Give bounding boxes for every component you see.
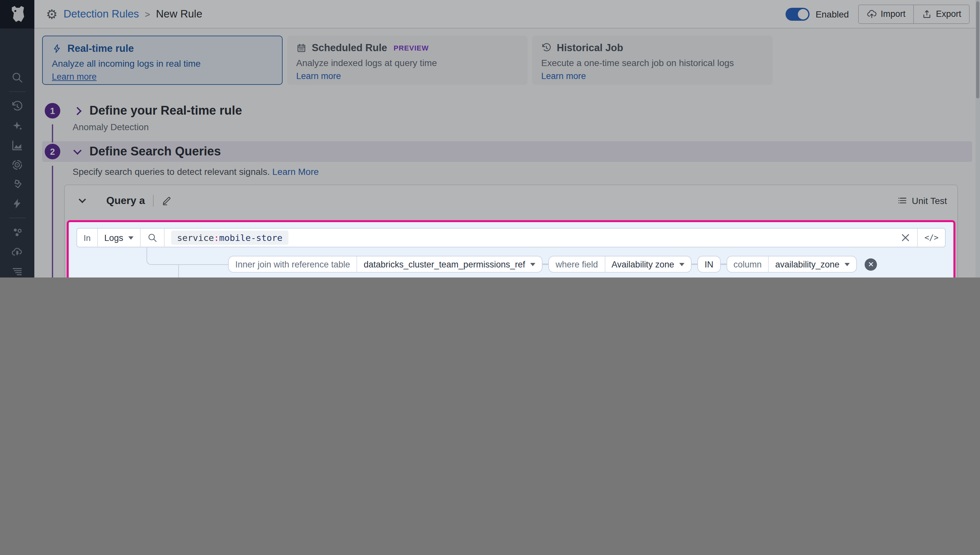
unit-test-button[interactable]: Unit Test [897,196,947,206]
apm-icon [11,197,23,210]
sidebar-item-cloud-cost[interactable] [10,245,24,259]
chevron-down-icon [128,236,134,239]
clear-search-button[interactable] [894,229,917,247]
export-icon [922,9,932,19]
rule-type-cards: Real-time rule Analyze all incoming logs… [42,35,967,85]
chevron-right-icon[interactable] [73,106,81,115]
sidebar-item-logs[interactable] [10,264,24,278]
query-header: Query a Unit Test [75,192,947,210]
page-content: Real-time rule Analyze all incoming logs… [34,29,980,278]
page-header: ⚙ Detection Rules > New Rule Enabled Imp… [34,0,980,29]
chevron-down-icon[interactable] [79,196,86,203]
chevron-down-icon [845,263,850,266]
scrollbar-thumb[interactable] [976,1,979,98]
breadcrumb-detection-rules[interactable]: Detection Rules [64,8,139,20]
pill-connector [692,264,697,265]
sidebar-item-history[interactable] [10,99,24,113]
query-panel: Query a Unit Test In Logs [64,184,958,278]
datadog-dog-icon [8,5,27,24]
history-icon [11,100,23,112]
import-export-group: Import Export [858,4,970,24]
learn-more-link[interactable]: Learn more [296,71,341,81]
step-connector-line [52,166,53,278]
app-sidebar: ? Help [0,0,34,278]
step-1-number: 1 [45,103,60,119]
sidebar-item-dashboards[interactable] [10,138,24,152]
column-pill: column availability_zone [726,256,857,273]
sidebar-item-search[interactable] [10,70,24,84]
query-token[interactable]: service:mobile-store [171,231,288,245]
divider [153,195,153,207]
sidebar-item-bits-ai[interactable] [10,119,24,133]
step-1-header: 1 Define your Real-time rule [42,103,967,119]
join-label: Inner join with reference table [229,257,356,272]
query-name: Query a [106,195,145,207]
dashboards-icon [11,139,23,151]
close-icon [901,233,911,243]
sidebar-item-watchdog[interactable] [10,157,24,172]
search-icon [147,233,158,243]
card-title: Real-time rule [68,43,134,55]
card-title: Scheduled Rule [312,42,387,54]
code-view-button[interactable]: </> [917,229,945,247]
chevron-down-icon [679,263,684,266]
enabled-label: Enabled [816,9,849,19]
card-description: Execute a one-time search job on histori… [541,58,764,68]
chevron-down-icon [530,263,535,266]
sidebar-divider [9,218,26,218]
where-field-select[interactable]: Availability zone [604,257,691,272]
sidebar-item-apm[interactable] [10,196,24,210]
enabled-toggle[interactable] [786,8,810,21]
cloud-cost-icon [11,246,23,258]
operator-pill: IN [697,256,721,273]
bolt-icon [52,43,62,54]
import-button[interactable]: Import [858,5,913,23]
step-2-number: 2 [45,144,60,159]
page-title: New Rule [156,8,202,20]
step-2-title: Define Search Queries [89,144,221,159]
remove-join-button[interactable]: ✕ [865,258,877,270]
learn-more-link[interactable]: Learn more [52,72,97,82]
main-area: ⚙ Detection Rules > New Rule Enabled Imp… [34,0,980,278]
preview-badge: PREVIEW [394,44,429,52]
processes-icon [11,226,23,239]
datadog-logo[interactable] [0,0,34,29]
where-pill: where field Availability zone [548,256,692,273]
sidebar-item-infrastructure[interactable] [10,177,24,191]
step-2-header: 2 Define Search Queries [42,141,972,162]
join-connector [146,247,228,265]
step-1-title: Define your Real-time rule [89,104,242,118]
gear-icon[interactable]: ⚙ [46,8,58,21]
where-field-label: where field [549,257,604,272]
unit-test-icon [897,196,908,206]
step-1-subtitle: Anomaly Detection [72,122,967,132]
export-button[interactable]: Export [913,5,969,23]
sidebar-item-processes[interactable] [10,225,24,240]
sidebar-nav [0,29,34,278]
infrastructure-icon [11,178,23,190]
card-description: Analyze all incoming logs in real time [52,58,273,69]
reference-table-select[interactable]: databricks_cluster_team_permissions_ref [356,257,542,272]
scope-in-label: In [77,229,98,247]
chevron-down-icon[interactable] [73,146,81,154]
card-historical-job[interactable]: Historical Job Execute a one-time search… [532,35,772,85]
search-icon [11,71,23,83]
step-connector-line [52,124,53,143]
sidebar-divider [9,91,26,92]
card-scheduled-rule[interactable]: Scheduled Rule PREVIEW Analyze indexed l… [287,35,528,85]
pill-connector [542,264,548,265]
aggregation-connector [178,265,220,278]
edit-query-icon[interactable] [161,196,171,206]
join-pill: Inner join with reference table databric… [228,256,542,273]
scrollbar[interactable] [975,0,980,278]
column-select[interactable]: availability_zone [768,257,856,272]
scope-select[interactable]: Logs [98,229,141,247]
learn-more-link[interactable]: Learn More [272,167,319,177]
card-realtime-rule[interactable]: Real-time rule Analyze all incoming logs… [42,35,283,85]
learn-more-link[interactable]: Learn more [541,71,586,81]
watchdog-icon [11,158,23,171]
logs-icon [11,265,23,278]
search-input[interactable]: service:mobile-store [165,229,894,247]
log-search-bar: In Logs service:mobile-store </> [76,228,946,247]
pill-connector [721,264,726,265]
